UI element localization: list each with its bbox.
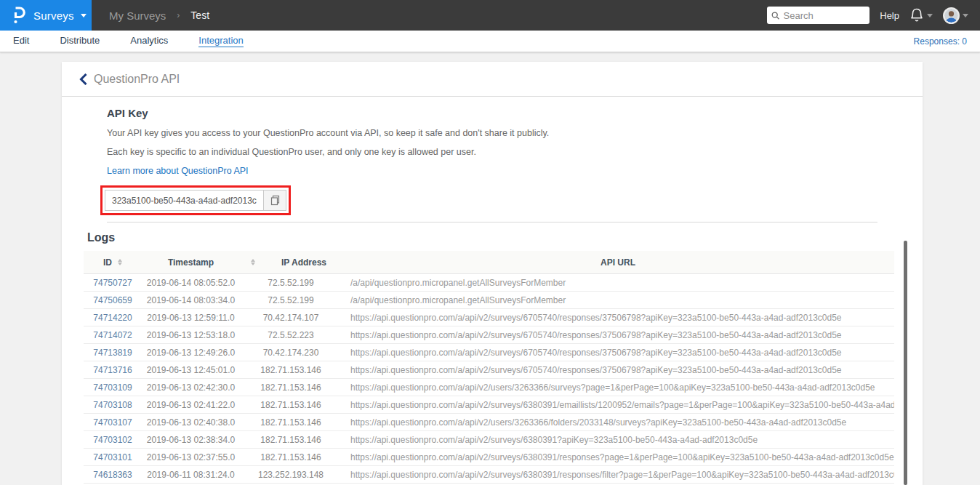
- logs-table: ID Timestamp IP Address API URL 74750727…: [84, 251, 894, 484]
- log-api-url: https://api.questionpro.com/a/api/v2/sur…: [342, 365, 894, 375]
- bell-icon: [909, 7, 924, 23]
- breadcrumb-parent[interactable]: My Surveys: [109, 9, 166, 22]
- log-row: 747140722019-06-13 12:53:18.072.5.52.223…: [84, 326, 894, 344]
- search-icon: [771, 11, 779, 20]
- log-row: 747506592019-06-14 08:03:34.072.5.52.199…: [84, 292, 894, 309]
- log-ip-address: 182.71.153.146: [240, 435, 342, 445]
- log-id-link[interactable]: 74714220: [84, 313, 142, 323]
- tabs: EditDistributeAnalyticsIntegration: [13, 35, 244, 47]
- log-id-link[interactable]: 74750659: [84, 295, 142, 305]
- integration-panel: QuestionPro API API Key Your API key giv…: [62, 62, 923, 485]
- log-id-link[interactable]: 74703107: [84, 417, 142, 428]
- log-ip-address: 72.5.52.223: [240, 330, 342, 340]
- responses-count[interactable]: Responses: 0: [914, 36, 967, 47]
- sort-icon[interactable]: [118, 259, 122, 265]
- log-id-link[interactable]: 74703101: [84, 452, 142, 462]
- account-menu-button[interactable]: [943, 7, 968, 24]
- column-header-id[interactable]: ID: [84, 257, 142, 268]
- log-row: 747142202019-06-13 12:59:11.070.42.174.1…: [84, 309, 894, 326]
- copy-api-key-button[interactable]: [264, 190, 286, 211]
- tab-integration[interactable]: Integration: [198, 35, 243, 47]
- tab-analytics[interactable]: Analytics: [130, 35, 168, 47]
- vertical-scrollbar[interactable]: [904, 241, 907, 485]
- log-id-link[interactable]: 74618363: [84, 470, 142, 480]
- log-ip-address: 72.5.52.199: [240, 295, 342, 305]
- log-timestamp: 2019-06-13 02:38:34.0: [142, 435, 240, 445]
- log-ip-address: 123.252.193.148: [240, 470, 342, 480]
- sort-icon-timestamp[interactable]: [240, 259, 266, 265]
- log-ip-address: 70.42.174.107: [240, 313, 342, 323]
- log-timestamp: 2019-06-13 12:53:18.0: [142, 330, 240, 340]
- breadcrumb-separator-icon: ›: [177, 10, 180, 20]
- log-row: 747031072019-06-13 02:40:38.0182.71.153.…: [84, 414, 894, 431]
- log-id-link[interactable]: 74703102: [84, 435, 142, 445]
- product-menu-label: Surveys: [33, 9, 74, 22]
- log-timestamp: 2019-06-14 08:05:52.0: [142, 278, 240, 288]
- log-api-url: https://api.questionpro.com/a/api/v2/sur…: [342, 470, 894, 480]
- log-api-url: https://api.questionpro.com/a/api/v2/sur…: [342, 313, 894, 323]
- log-id-link[interactable]: 74714072: [84, 330, 142, 340]
- log-ip-address: 72.5.52.199: [240, 278, 342, 288]
- log-api-url: https://api.questionpro.com/a/api/v2/use…: [342, 382, 894, 393]
- log-timestamp: 2019-06-13 12:45:01.0: [142, 365, 240, 375]
- log-timestamp: 2019-06-13 12:59:11.0: [142, 313, 240, 323]
- log-row: 746183632019-06-11 08:31:24.0123.252.193…: [84, 466, 894, 484]
- notifications-button[interactable]: [909, 7, 933, 23]
- log-id-link[interactable]: 74703108: [84, 400, 142, 410]
- survey-tab-bar: EditDistributeAnalyticsIntegration Respo…: [0, 31, 980, 52]
- log-ip-address: 182.71.153.146: [240, 400, 342, 410]
- logs-table-header: ID Timestamp IP Address API URL: [84, 251, 894, 274]
- log-row: 747137162019-06-13 12:45:01.0182.71.153.…: [84, 361, 894, 379]
- log-row: 747031092019-06-13 02:42:30.0182.71.153.…: [84, 379, 894, 396]
- log-ip-address: 182.71.153.146: [240, 417, 342, 428]
- log-timestamp: 2019-06-13 12:49:26.0: [142, 348, 240, 358]
- breadcrumb: My Surveys › Test: [109, 9, 209, 22]
- api-key-description-2: Each key is specific to an individual Qu…: [107, 147, 877, 157]
- log-row: 747507272019-06-14 08:05:52.072.5.52.199…: [84, 274, 894, 292]
- log-ip-address: 182.71.153.146: [240, 382, 342, 393]
- log-ip-address: 182.71.153.146: [240, 452, 342, 462]
- api-key-field[interactable]: [105, 190, 264, 211]
- tab-edit[interactable]: Edit: [13, 35, 29, 47]
- log-api-url: https://api.questionpro.com/a/api/v2/sur…: [342, 330, 894, 340]
- log-id-link[interactable]: 74713819: [84, 348, 142, 358]
- log-api-url: https://api.questionpro.com/a/api/v2/sur…: [342, 400, 894, 410]
- log-api-url: https://api.questionpro.com/a/api/v2/sur…: [342, 435, 894, 445]
- api-key-section: API Key Your API key gives you access to…: [62, 97, 923, 223]
- learn-more-link[interactable]: Learn more about QuestionPro API: [107, 166, 249, 176]
- logs-table-body: 747507272019-06-14 08:05:52.072.5.52.199…: [84, 274, 894, 484]
- log-api-url: https://api.questionpro.com/a/api/v2/sur…: [342, 452, 894, 462]
- log-row: 747031022019-06-13 02:38:34.0182.71.153.…: [84, 431, 894, 449]
- log-id-link[interactable]: 74703109: [84, 382, 142, 393]
- column-header-ip: IP Address: [266, 257, 342, 268]
- column-header-timestamp[interactable]: Timestamp: [142, 257, 240, 268]
- questionpro-logo-icon: [12, 6, 25, 25]
- log-row: 747031012019-06-13 02:37:55.0182.71.153.…: [84, 449, 894, 466]
- back-button[interactable]: [79, 73, 87, 85]
- tab-distribute[interactable]: Distribute: [60, 35, 100, 47]
- chevron-down-icon: [963, 14, 968, 17]
- log-timestamp: 2019-06-13 02:41:22.0: [142, 400, 240, 410]
- log-id-link[interactable]: 74750727: [84, 278, 142, 288]
- chevron-down-icon: [81, 14, 87, 17]
- search-input[interactable]: [784, 10, 866, 21]
- product-menu[interactable]: Surveys: [0, 0, 92, 31]
- breadcrumb-current: Test: [190, 9, 209, 21]
- log-timestamp: 2019-06-13 02:40:38.0: [142, 417, 240, 428]
- log-timestamp: 2019-06-13 02:37:55.0: [142, 452, 240, 462]
- help-link[interactable]: Help: [880, 10, 899, 21]
- panel-title: QuestionPro API: [94, 73, 180, 86]
- top-bar: Surveys My Surveys › Test Help: [0, 0, 980, 31]
- chevron-down-icon: [927, 14, 933, 17]
- log-timestamp: 2019-06-11 08:31:24.0: [142, 470, 240, 480]
- log-id-link[interactable]: 74713716: [84, 365, 142, 375]
- chevron-left-icon: [79, 73, 87, 85]
- logs-heading: Logs: [87, 231, 901, 244]
- log-row: 747138192019-06-13 12:49:26.070.42.174.2…: [84, 344, 894, 361]
- log-api-url: https://api.questionpro.com/a/api/v2/use…: [342, 417, 894, 428]
- log-timestamp: 2019-06-14 08:03:34.0: [142, 295, 240, 305]
- panel-header: QuestionPro API: [62, 62, 923, 97]
- column-header-api-url: API URL: [342, 257, 894, 268]
- log-api-url: /a/api/questionpro.micropanel.getAllSurv…: [342, 278, 894, 288]
- log-api-url: https://api.questionpro.com/a/api/v2/sur…: [342, 348, 894, 358]
